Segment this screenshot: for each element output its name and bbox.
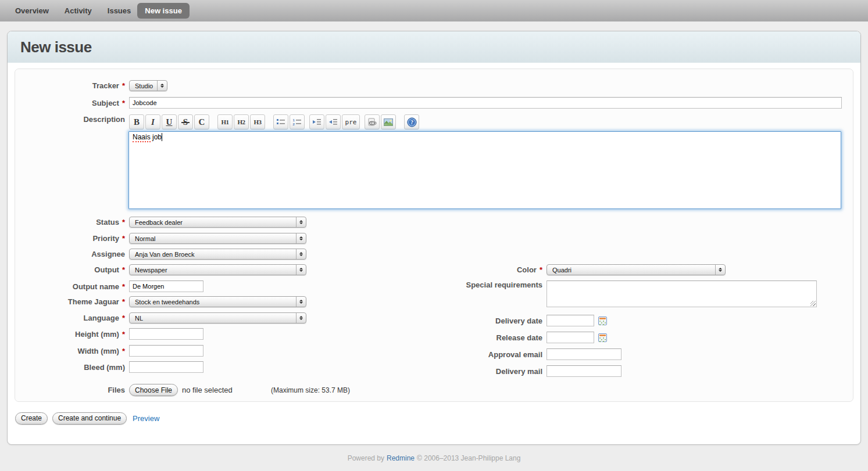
footer-redmine-link[interactable]: Redmine (387, 454, 415, 462)
page-header: New issue (8, 31, 860, 63)
svg-text:2: 2 (293, 123, 295, 126)
language-label: Language* (15, 314, 129, 322)
footer-copyright: © 2006–2013 Jean-Philippe Lang (417, 454, 520, 462)
language-select[interactable]: NL (129, 312, 306, 323)
special-requirements-textarea[interactable] (546, 281, 817, 307)
select-stepper-icon (157, 81, 167, 91)
max-size-note: (Maximum size: 53.7 MB) (271, 386, 350, 394)
nav-new-issue[interactable]: New issue (137, 3, 190, 19)
color-select[interactable]: Quadri (546, 264, 726, 275)
delivery-date-label: Delivery date (436, 317, 546, 325)
description-toolbar: B I U S C H1 H2 H3 12 (129, 114, 420, 130)
resize-grip-icon[interactable] (810, 301, 816, 306)
description-textarea[interactable]: Naais job (128, 131, 841, 209)
files-label: Files (15, 386, 129, 394)
release-date-input[interactable] (546, 332, 594, 343)
underline-button[interactable]: U (162, 114, 177, 130)
heading2-button[interactable]: H2 (234, 114, 249, 130)
heading3-button[interactable]: H3 (250, 114, 265, 130)
footer: Powered by Redmine © 2006–2013 Jean-Phil… (0, 445, 868, 471)
priority-select[interactable]: Normal (129, 233, 306, 244)
top-menu: Overview Activity Issues New issue (0, 0, 868, 21)
delivery-date-input[interactable] (546, 315, 594, 326)
content: Tracker* Studio Subject* Description B I… (8, 63, 860, 444)
indent-left-button[interactable] (326, 114, 341, 130)
bold-button[interactable]: B (129, 114, 144, 130)
tracker-label: Tracker* (15, 81, 129, 90)
link-button[interactable] (365, 114, 380, 130)
status-select[interactable]: Feedback dealer (129, 217, 306, 228)
width-label: Width (mm)* (15, 347, 129, 355)
tracker-select[interactable]: Studio (129, 80, 167, 91)
assignee-select[interactable]: Anja Van den Broeck (129, 249, 306, 260)
assignee-label: Assignee (15, 250, 129, 258)
nav-issues[interactable]: Issues (108, 6, 131, 15)
theme-jaguar-select[interactable]: Stock en tweedehands (129, 296, 306, 307)
code-button[interactable]: C (194, 114, 209, 130)
footer-powered-by: Powered by (348, 454, 384, 462)
help-button[interactable]: ? (404, 114, 419, 130)
image-button[interactable] (381, 114, 396, 130)
priority-label: Priority* (15, 234, 129, 243)
approval-email-label: Approval email (436, 350, 546, 359)
status-label: Status* (15, 218, 129, 226)
heading1-button[interactable]: H1 (217, 114, 233, 130)
calendar-icon[interactable] (598, 333, 607, 342)
file-status-text: no file selected (182, 386, 233, 394)
bleed-input[interactable] (129, 361, 203, 373)
width-input[interactable] (129, 345, 203, 357)
unordered-list-button[interactable] (273, 114, 288, 130)
delivery-mail-input[interactable] (546, 365, 621, 377)
output-name-input[interactable] (129, 281, 203, 292)
release-date-label: Release date (436, 333, 546, 342)
approval-email-input[interactable] (546, 348, 621, 360)
output-select[interactable]: Newspaper (129, 264, 306, 275)
nav-overview[interactable]: Overview (15, 6, 49, 15)
nav-activity[interactable]: Activity (65, 6, 92, 15)
ordered-list-button[interactable]: 12 (290, 114, 305, 130)
page-title: New issue (20, 38, 92, 56)
strikethrough-button[interactable]: S (178, 114, 193, 130)
main-container: New issue Tracker* Studio Subject* Descr… (7, 31, 861, 445)
preformatted-button[interactable]: pre (342, 114, 360, 130)
output-label: Output* (15, 265, 129, 274)
choose-file-button[interactable]: Choose File (129, 384, 178, 396)
description-label: Description (15, 114, 129, 124)
create-and-continue-button[interactable]: Create and continue (52, 412, 127, 425)
subject-label: Subject* (15, 99, 129, 107)
form-box: Tracker* Studio Subject* Description B I… (15, 69, 853, 402)
calendar-icon[interactable] (598, 317, 607, 325)
indent-right-button[interactable] (309, 114, 324, 130)
output-name-label: Output name* (15, 282, 129, 291)
height-label: Height (mm)* (15, 330, 129, 339)
svg-text:1: 1 (293, 118, 295, 122)
height-input[interactable] (129, 328, 203, 340)
theme-jaguar-label: Theme Jaguar* (15, 297, 129, 306)
subject-input[interactable] (129, 97, 842, 109)
form-actions: Create Create and continue Preview (15, 412, 853, 425)
bleed-label: Bleed (mm) (15, 363, 129, 372)
description-misspelled-word: Naais (133, 133, 151, 142)
create-button[interactable]: Create (15, 412, 48, 425)
delivery-mail-label: Delivery mail (436, 367, 546, 376)
italic-button[interactable]: I (145, 114, 160, 130)
color-label: Color* (436, 265, 546, 274)
text-caret (162, 133, 162, 141)
special-requirements-label: Special requirements (436, 281, 546, 289)
preview-link[interactable]: Preview (133, 414, 159, 423)
svg-text:?: ? (410, 119, 413, 125)
